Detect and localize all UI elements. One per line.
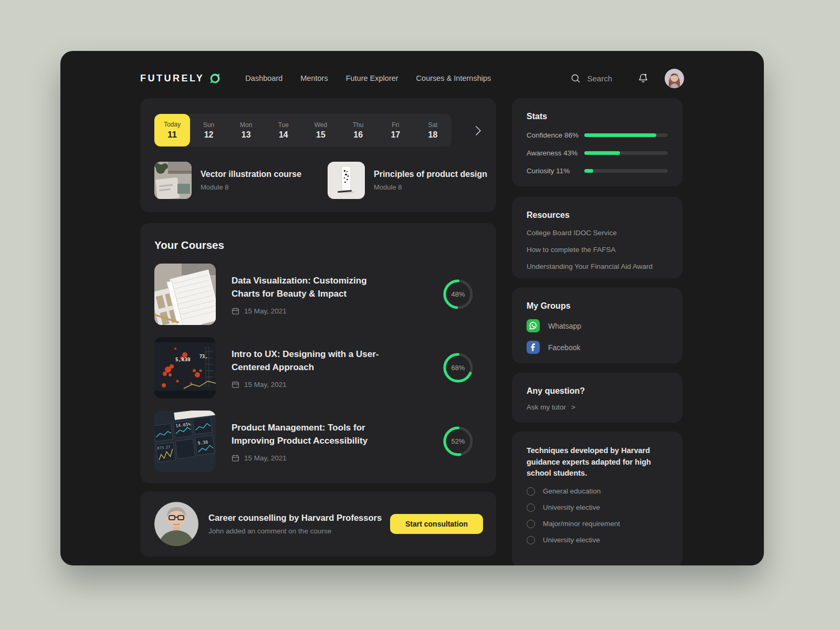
notifications-bell-icon[interactable]	[637, 72, 649, 84]
course-thumbnail: 5,833 73,	[154, 337, 216, 398]
nav-mentors[interactable]: Mentors	[300, 74, 328, 82]
chevron-right-icon: >	[571, 403, 575, 411]
upcoming-course-module: Module 8	[201, 183, 301, 191]
calendar-day[interactable]: Wed 15	[302, 114, 339, 146]
course-progress-label: 68%	[443, 353, 473, 383]
counselling-subtitle: John added an comment on the course	[208, 527, 382, 535]
resources-card: Resources College Board IDOC Service How…	[512, 197, 682, 278]
your-courses-card: Your Courses	[140, 223, 496, 483]
radio-button[interactable]	[527, 487, 535, 496]
any-question-card: Any question? Ask my tutor >	[512, 373, 682, 423]
stats-card: Stats Confidence 86% Awareness 43% Curio…	[512, 98, 682, 186]
group-label: Whatsapp	[548, 322, 581, 330]
course-thumbnail	[154, 264, 216, 325]
resources-heading: Resources	[527, 211, 668, 220]
course-progress-ring: 68%	[443, 353, 473, 383]
technique-option-university-elective-2[interactable]: University elective	[527, 536, 668, 544]
stat-row-curiosity: Curiosity 11%	[527, 167, 668, 175]
your-courses-heading: Your Courses	[154, 239, 482, 251]
technique-option-university-elective[interactable]: University elective	[527, 503, 668, 512]
resource-link-fafsa[interactable]: How to complete the FAFSA	[527, 246, 668, 254]
course-date-label: 15 May, 2021	[244, 381, 287, 388]
nav-future-explorer[interactable]: Future Explorer	[346, 74, 398, 82]
brand-logo[interactable]: FUTURELY	[140, 72, 221, 85]
course-row-product-management[interactable]: 14.65% 9.38 873.27 Product Management: T…	[154, 411, 482, 472]
user-avatar[interactable]	[665, 69, 684, 88]
course-progress-label: 52%	[443, 426, 473, 456]
stat-bar-fill	[584, 151, 620, 155]
course-progress-ring: 48%	[443, 279, 473, 309]
career-counselling-card: Career counselling by Harvard Professors…	[140, 491, 496, 556]
facebook-icon	[527, 341, 540, 354]
search-icon	[571, 74, 581, 83]
main-nav: Dashboard Mentors Future Explorer Course…	[245, 74, 491, 82]
stat-bar-track	[584, 169, 668, 173]
radio-button[interactable]	[527, 536, 535, 544]
course-row-intro-to-ux[interactable]: 5,833 73, Intro to UX: Designing with a …	[154, 337, 482, 398]
calendar-day[interactable]: Mon 13	[227, 114, 265, 146]
course-title: Product Management: Tools for Improving …	[232, 421, 386, 447]
calendar-day[interactable]: Sat 18	[414, 114, 452, 146]
course-row-data-visualization[interactable]: Data Visualization: Customizing Charts f…	[154, 264, 482, 325]
resource-link-financial-aid[interactable]: Understanding Your Financial Aid Award	[527, 262, 668, 270]
header-right: Search	[571, 69, 684, 88]
stat-row-confidence: Confidence 86%	[527, 131, 668, 139]
calendar-day[interactable]: Thu 16	[340, 114, 377, 146]
radio-button[interactable]	[527, 520, 535, 528]
course-title: Intro to UX: Designing with a User-Cente…	[232, 348, 386, 374]
group-facebook[interactable]: Facebook	[527, 341, 668, 354]
brand-swoosh-icon	[209, 72, 221, 85]
calendar-day[interactable]: Fri 17	[377, 114, 414, 146]
course-thumbnail: 14.65% 9.38 873.27	[154, 411, 216, 472]
upcoming-courses: Vector illustration course Module 8	[154, 162, 501, 199]
course-title: Data Visualization: Customizing Charts f…	[232, 274, 386, 300]
calendar-icon	[232, 454, 239, 462]
groups-heading: My Groups	[527, 301, 668, 311]
group-label: Facebook	[548, 343, 580, 352]
schedule-card: Today 11 Sun 12 Mon 13 Tue 14 Wed 15 Thu…	[140, 98, 496, 212]
upcoming-course-vector-illustration[interactable]: Vector illustration course Module 8	[154, 162, 328, 199]
calendar-icon	[232, 381, 239, 388]
calendar-day-today[interactable]: Today 11	[154, 114, 190, 146]
whatsapp-icon	[527, 319, 540, 332]
stat-bar-fill	[584, 133, 656, 137]
radio-button[interactable]	[527, 503, 535, 512]
calendar-day[interactable]: Tue 14	[265, 114, 302, 146]
upcoming-course-module: Module 8	[374, 183, 487, 191]
group-whatsapp[interactable]: Whatsapp	[527, 319, 668, 332]
calendar-next-chevron-icon[interactable]	[475, 125, 481, 138]
course-progress-ring: 52%	[443, 426, 473, 456]
course-date-label: 15 May, 2021	[244, 307, 287, 315]
course-progress-label: 48%	[443, 279, 473, 309]
counsellor-avatar	[154, 502, 198, 546]
search-placeholder: Search	[587, 74, 612, 83]
nav-courses-internships[interactable]: Courses & Internships	[416, 74, 491, 82]
ask-my-tutor-link[interactable]: Ask my tutor >	[527, 403, 668, 411]
calendar-day[interactable]: Sun 12	[190, 114, 227, 146]
calendar-icon	[232, 307, 239, 315]
technique-option-general-education[interactable]: General education	[527, 487, 668, 496]
techniques-heading: Techniques developed by Harvard guidance…	[527, 445, 668, 479]
upcoming-course-product-design[interactable]: Principles of product design Module 8	[328, 162, 501, 199]
app-window: FUTURELY Dashboard Mentors Future Explor…	[60, 51, 764, 565]
resource-link-idoc[interactable]: College Board IDOC Service	[527, 229, 668, 237]
brand-name: FUTURELY	[140, 73, 204, 84]
stat-bar-track	[584, 133, 668, 137]
stats-heading: Stats	[527, 112, 668, 121]
upcoming-course-title: Vector illustration course	[201, 170, 301, 179]
my-groups-card: My Groups Whatsapp Facebook	[512, 288, 682, 363]
stat-bar-track	[584, 151, 668, 155]
calendar-strip: Today 11 Sun 12 Mon 13 Tue 14 Wed 15 Thu…	[154, 114, 452, 146]
counselling-title: Career counselling by Harvard Professors	[208, 513, 382, 523]
techniques-card: Techniques developed by Harvard guidance…	[512, 432, 682, 565]
course-date-label: 15 May, 2021	[244, 454, 287, 462]
question-heading: Any question?	[527, 386, 668, 396]
upcoming-course-title: Principles of product design	[374, 170, 487, 179]
nav-dashboard[interactable]: Dashboard	[245, 74, 282, 82]
stat-row-awareness: Awareness 43%	[527, 149, 668, 157]
start-consultation-button[interactable]: Start consultation	[390, 514, 483, 534]
course-thumbnail	[328, 162, 365, 199]
svg-text:73,: 73,	[200, 354, 207, 359]
search-input[interactable]: Search	[571, 74, 612, 83]
technique-option-major-minor[interactable]: Major/minor requirement	[527, 520, 668, 528]
